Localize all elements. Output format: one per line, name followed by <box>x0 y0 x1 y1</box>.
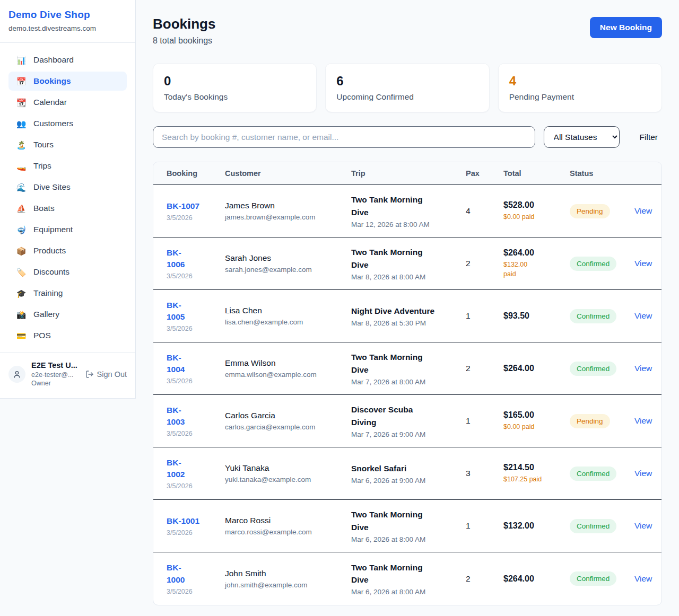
status-badge: Confirmed <box>570 519 616 533</box>
stat-label: Upcoming Confirmed <box>336 92 478 102</box>
customer-cell: Lisa Chen lisa.chen@example.com <box>225 306 351 326</box>
status-cell: Confirmed <box>570 519 634 533</box>
actions-cell: View <box>634 521 661 531</box>
customer-cell: Emma Wilson emma.wilson@example.com <box>225 358 351 379</box>
status-filter-select[interactable]: All Statuses <box>544 126 620 148</box>
table-body: BK-1007 3/5/2026 James Brown james.brown… <box>153 185 661 605</box>
pax-cell: 1 <box>466 416 503 426</box>
table-row: BK-1007 3/5/2026 James Brown james.brown… <box>153 185 661 237</box>
trip-name: Night Dive Adventure <box>351 305 459 317</box>
sidebar-item[interactable]: ⛵ Boats <box>8 199 127 218</box>
status-cell: Confirmed <box>570 362 634 376</box>
new-booking-button[interactable]: New Booking <box>590 17 662 38</box>
trip-name: Discover Scuba Diving <box>351 403 459 428</box>
view-link[interactable]: View <box>634 311 652 320</box>
total-amount: $132.00 <box>503 521 563 531</box>
island-icon: 🏝️ <box>16 141 27 149</box>
sidebar-item[interactable]: 🚤 Trips <box>8 156 127 175</box>
sidebar-item[interactable]: 🏷️ Discounts <box>8 262 127 281</box>
sidebar-item-label: Dive Sites <box>33 182 71 192</box>
table-row: BK- 1000 3/5/2026 John Smith john.smith@… <box>153 552 661 605</box>
trip-cell: Two Tank Morning Dive Mar 6, 2026 at 8:0… <box>351 561 466 596</box>
people-icon: 👥 <box>16 120 27 128</box>
view-link[interactable]: View <box>634 469 652 478</box>
trip-cell: Two Tank Morning Dive Mar 12, 2026 at 8:… <box>351 193 466 228</box>
filter-button[interactable]: Filter <box>636 130 662 144</box>
wave-icon: 🌊 <box>16 183 27 191</box>
credit-card-icon: 💳 <box>16 332 27 340</box>
amount-paid: $0.00 paid <box>503 213 563 222</box>
sidebar-item[interactable]: 📦 Products <box>8 241 127 260</box>
column-header-total: Total <box>503 169 570 178</box>
total-amount: $165.00 <box>503 410 563 420</box>
sidebar-item[interactable]: 🏝️ Tours <box>8 135 127 154</box>
sidebar-item[interactable]: 👥 Customers <box>8 114 127 133</box>
sidebar-item-label: Trips <box>33 161 51 171</box>
booking-id-link[interactable]: BK- 1003 <box>167 404 219 428</box>
trip-cell: Snorkel Safari Mar 6, 2026 at 9:00 AM <box>351 462 466 485</box>
bar-chart-icon: 📊 <box>16 56 27 64</box>
sidebar-item[interactable]: 📸 Gallery <box>8 305 127 324</box>
booking-id-link[interactable]: BK- 1005 <box>167 300 219 323</box>
booking-id-link[interactable]: BK- 1000 <box>167 562 219 586</box>
trip-cell: Two Tank Morning Dive Mar 7, 2026 at 8:0… <box>351 351 466 386</box>
sidebar-item[interactable]: 🌊 Dive Sites <box>8 178 127 197</box>
trip-name: Two Tank Morning Dive <box>351 193 459 218</box>
actions-cell: View <box>634 364 661 373</box>
booking-cell: BK- 1004 3/5/2026 <box>153 352 225 385</box>
booking-id-link[interactable]: BK- 1004 <box>167 352 219 376</box>
booking-date: 3/5/2026 <box>167 588 219 595</box>
trip-cell: Night Dive Adventure Mar 8, 2026 at 5:30… <box>351 305 466 327</box>
customer-name: James Brown <box>225 201 345 210</box>
sidebar-item[interactable]: 📊 Dashboard <box>8 50 127 69</box>
shop-domain: demo.test.divestreams.com <box>8 24 127 32</box>
booking-id-link[interactable]: BK-1007 <box>167 200 219 212</box>
sidebar-item-label: Products <box>33 246 66 256</box>
sidebar-item[interactable]: 🎓 Training <box>8 284 127 303</box>
view-link[interactable]: View <box>634 521 652 530</box>
sidebar-item-label: Customers <box>33 119 73 128</box>
sidebar-footer: E2E Test U... e2e-tester@... Owner Sign … <box>0 353 135 398</box>
table-header-row: Booking Customer Trip Pax Total Status <box>153 162 661 185</box>
status-cell: Pending <box>570 204 634 218</box>
table-row: BK- 1006 3/5/2026 Sarah Jones sarah.jone… <box>153 237 661 290</box>
tag-icon: 🏷️ <box>16 268 27 276</box>
table-row: BK-1001 3/5/2026 Marco Rossi marco.rossi… <box>153 500 661 552</box>
sidebar-item[interactable]: 📆 Calendar <box>8 93 127 112</box>
actions-cell: View <box>634 574 661 584</box>
sidebar-item[interactable]: 📅 Bookings <box>8 72 127 91</box>
column-header-status: Status <box>570 169 634 178</box>
status-cell: Confirmed <box>570 571 634 586</box>
status-cell: Confirmed <box>570 257 634 271</box>
table-row: BK- 1003 3/5/2026 Carlos Garcia carlos.g… <box>153 395 661 447</box>
sidebar-item[interactable]: 🤿 Equipment <box>8 220 127 239</box>
package-icon: 📦 <box>16 247 27 255</box>
sidebar-item[interactable]: 💳 POS <box>8 326 127 345</box>
search-input[interactable] <box>153 126 535 148</box>
view-link[interactable]: View <box>634 206 652 215</box>
amount-paid: $0.00 paid <box>503 423 563 432</box>
user-name: E2E Test U... <box>31 360 77 371</box>
booking-cell: BK- 1005 3/5/2026 <box>153 300 225 333</box>
bookings-table: Booking Customer Trip Pax Total Status B… <box>153 162 662 605</box>
sidebar-item-label: Calendar <box>33 98 67 107</box>
customer-name: John Smith <box>225 569 345 578</box>
sidebar: Demo Dive Shop demo.test.divestreams.com… <box>0 0 136 399</box>
status-badge: Pending <box>570 414 610 428</box>
booking-date: 3/5/2026 <box>167 430 219 437</box>
booking-id-link[interactable]: BK- 1006 <box>167 247 219 271</box>
speedboat-icon: 🚤 <box>16 162 27 170</box>
booking-id-link[interactable]: BK-1001 <box>167 515 219 527</box>
customer-name: Carlos Garcia <box>225 411 345 420</box>
view-link[interactable]: View <box>634 259 652 268</box>
sidebar-item-label: Gallery <box>33 310 59 319</box>
view-link[interactable]: View <box>634 416 652 425</box>
view-link[interactable]: View <box>634 364 652 373</box>
stat-card: 4 Pending Payment <box>498 63 662 112</box>
sign-out-button[interactable]: Sign Out <box>85 370 127 379</box>
view-link[interactable]: View <box>634 574 652 583</box>
graduation-cap-icon: 🎓 <box>16 289 27 297</box>
page-header: Bookings 8 total bookings New Booking <box>153 16 662 46</box>
booking-id-link[interactable]: BK- 1002 <box>167 457 219 481</box>
trip-cell: Discover Scuba Diving Mar 7, 2026 at 9:0… <box>351 403 466 438</box>
